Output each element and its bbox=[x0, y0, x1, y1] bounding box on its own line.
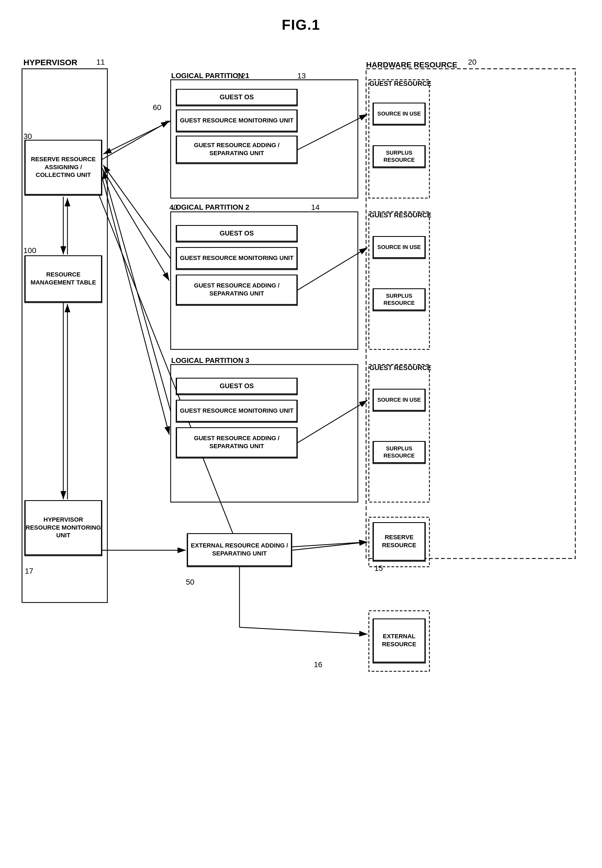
svg-line-40 bbox=[297, 248, 367, 290]
ref-20: 20 bbox=[468, 58, 476, 67]
ref-11: 11 bbox=[96, 58, 105, 67]
svg-line-34 bbox=[102, 168, 169, 281]
source-in-use-3: SOURCE IN USE bbox=[373, 389, 425, 411]
guest-os-3: GUEST OS bbox=[176, 378, 297, 394]
ref-17: 17 bbox=[25, 567, 33, 576]
svg-rect-8 bbox=[369, 80, 429, 198]
hardware-resource-label: HARDWARE RESOURCE bbox=[366, 61, 457, 69]
guest-resource-adding-2: GUEST RESOURCE ADDING / SEPARATING UNIT bbox=[176, 274, 297, 305]
ref-13: 13 bbox=[297, 72, 306, 80]
source-in-use-2: SOURCE IN USE bbox=[373, 236, 425, 258]
source-in-use-1: SOURCE IN USE bbox=[373, 103, 425, 125]
svg-line-37 bbox=[103, 165, 170, 259]
svg-rect-15 bbox=[369, 212, 429, 349]
guest-resource-adding-1: GUEST RESOURCE ADDING / SEPARATING UNIT bbox=[176, 136, 297, 163]
svg-line-38 bbox=[103, 171, 170, 411]
reserve-resource: RESERVE RESOURCE bbox=[373, 522, 425, 561]
lp1-label: LOGICAL PARTITION 1 bbox=[171, 72, 249, 80]
svg-rect-22 bbox=[369, 364, 429, 502]
svg-line-36 bbox=[103, 121, 170, 154]
guest-resource-monitoring-3: GUEST RESOURCE MONITORING UNIT bbox=[176, 400, 297, 422]
hypervisor-resource-monitoring: HYPERVISOR RESOURCE MONITORING UNIT bbox=[25, 500, 102, 555]
hypervisor-label: HYPERVISOR bbox=[23, 58, 77, 67]
surplus-resource-3: SURPLUS RESOURCE bbox=[373, 441, 425, 463]
ref-100: 100 bbox=[23, 246, 36, 255]
external-resource: EXTERNAL RESOURCE bbox=[373, 618, 425, 663]
guest-resource-label-3: GUEST RESOURCE bbox=[369, 364, 432, 372]
guest-os-1: GUEST OS bbox=[176, 89, 297, 106]
reserve-resource-assigning: RESERVE RESOURCE ASSIGNING / COLLECTING … bbox=[25, 140, 102, 195]
guest-resource-adding-3: GUEST RESOURCE ADDING / SEPARATING UNIT bbox=[176, 427, 297, 458]
surplus-resource-1: SURPLUS RESOURCE bbox=[373, 145, 425, 167]
svg-line-35 bbox=[102, 176, 169, 435]
guest-resource-monitoring-2: GUEST RESOURCE MONITORING UNIT bbox=[176, 247, 297, 269]
svg-line-41 bbox=[297, 400, 367, 443]
ref-60: 60 bbox=[153, 103, 161, 112]
lp3-label: LOGICAL PARTITION 3 bbox=[171, 356, 249, 365]
guest-os-2: GUEST OS bbox=[176, 225, 297, 242]
resource-management-table: RESOURCE MANAGEMENT TABLE bbox=[25, 255, 102, 302]
page-title: FIG.1 bbox=[0, 0, 602, 33]
guest-resource-label-1: GUEST RESOURCE bbox=[369, 80, 432, 87]
svg-line-51 bbox=[240, 627, 367, 634]
surplus-resource-2: SURPLUS RESOURCE bbox=[373, 288, 425, 310]
ref-50: 50 bbox=[186, 578, 194, 586]
ref-15: 15 bbox=[374, 564, 383, 573]
svg-line-39 bbox=[297, 114, 367, 150]
ref-14: 14 bbox=[311, 203, 319, 212]
svg-line-47 bbox=[292, 542, 367, 550]
guest-resource-label-2: GUEST RESOURCE bbox=[369, 211, 432, 219]
svg-rect-3 bbox=[366, 69, 575, 559]
svg-line-33 bbox=[102, 121, 169, 159]
lp2-label: LOGICAL PARTITION 2 bbox=[171, 203, 249, 211]
external-resource-adding: EXTERNAL RESOURCE ADDING / SEPARATING UN… bbox=[187, 533, 292, 566]
guest-resource-monitoring-1: GUEST RESOURCE MONITORING UNIT bbox=[176, 110, 297, 132]
ref-16: 16 bbox=[314, 660, 322, 669]
